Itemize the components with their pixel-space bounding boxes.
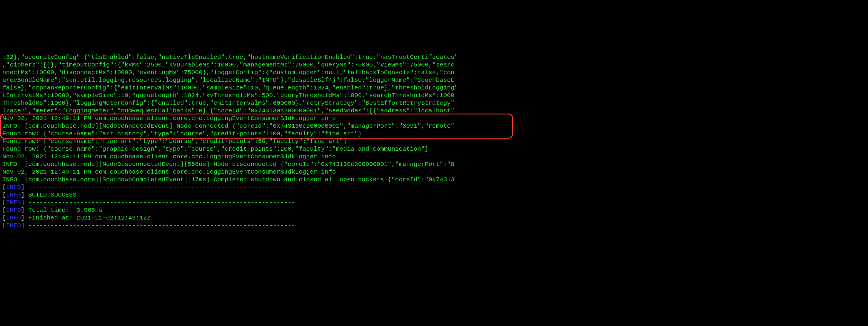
terminal-line: [INFO] ---------------------------------… — [0, 199, 868, 207]
terminal-segment: [ — [2, 191, 6, 198]
terminal-line: [INFO] ---------------------------------… — [0, 184, 868, 191]
terminal-text: urceBundleName":"sun.util.logging.resour… — [2, 77, 454, 84]
terminal-segment: ----------------------------------------… — [28, 184, 295, 191]
terminal-text: Tracer","meter":"LoggingMeter","numReque… — [2, 108, 454, 114]
terminal-segment: INFO — [6, 191, 21, 198]
terminal-output[interactable]: :32},"securityConfig":{"tlsEnabled":fals… — [0, 38, 868, 326]
terminal-line: Nov 02, 2021 12:49:11 PM com.couchbase.c… — [0, 168, 868, 176]
terminal-segment: INFO — [6, 199, 21, 206]
terminal-text: nnectMs":10000,"disconnectMs":10000,"eve… — [2, 69, 454, 76]
terminal-segment: ----------------------------------------… — [28, 199, 295, 206]
terminal-segment: ] — [21, 207, 28, 214]
terminal-line: [INFO] Finished at: 2021-11-02T12:49:12Z — [0, 214, 868, 222]
terminal-text: INFO: [com.couchbase.node][NodeDisconnec… — [2, 161, 454, 168]
terminal-line: [INFO] BUILD SUCCESS — [0, 191, 868, 199]
terminal-text: ,"ciphers":[]},"timeoutConfig":{"kvMs":2… — [2, 61, 454, 68]
terminal-text: Nov 02, 2021 12:49:11 PM com.couchbase.c… — [2, 115, 336, 122]
terminal-segment: INFO — [6, 207, 21, 214]
terminal-line: INFO: [com.couchbase.node][NodeConnected… — [0, 122, 868, 130]
terminal-segment: BUILD SUCCESS — [28, 191, 76, 198]
terminal-segment: INFO — [6, 184, 21, 191]
terminal-text: INFO: [com.couchbase.node][NodeConnected… — [2, 123, 454, 129]
terminal-segment: [ — [2, 207, 6, 214]
terminal-line: INFO: [com.couchbase.node][NodeDisconnec… — [0, 161, 868, 168]
terminal-segment: [ — [2, 184, 6, 191]
terminal-line: :32},"securityConfig":{"tlsEnabled":fals… — [0, 54, 868, 61]
terminal-text: false},"orphanReporterConfig":{"emitInte… — [2, 84, 458, 91]
terminal-segment: [ — [2, 214, 6, 221]
terminal-line: Nov 02, 2021 12:49:11 PM com.couchbase.c… — [0, 153, 868, 161]
terminal-segment: ----------------------------------------… — [28, 222, 295, 229]
terminal-line: Nov 02, 2021 12:49:11 PM com.couchbase.c… — [0, 115, 868, 122]
terminal-line: ThresholdMs":1000},"loggingMeterConfig":… — [0, 99, 868, 107]
terminal-segment: ] — [21, 214, 28, 221]
terminal-text: ThresholdMs":1000},"loggingMeterConfig":… — [2, 100, 454, 107]
terminal-text: Found row: {"course-name":"graphic desig… — [2, 146, 428, 152]
terminal-segment: Finished at: 2021-11-02T12:49:12Z — [28, 214, 151, 221]
terminal-segment: INFO — [6, 214, 21, 221]
terminal-segment: ] — [21, 191, 28, 198]
terminal-segment: ] — [21, 222, 28, 229]
terminal-segment: Total time: 3.966 s — [28, 207, 102, 214]
terminal-line: urceBundleName":"sun.util.logging.resour… — [0, 77, 868, 84]
terminal-lines: :32},"securityConfig":{"tlsEnabled":fals… — [0, 54, 868, 230]
terminal-line: tIntervalMs":10000,"sampleSize":10,"queu… — [0, 92, 868, 99]
terminal-text: Nov 02, 2021 12:49:11 PM com.couchbase.c… — [2, 169, 336, 175]
terminal-line: Found row: {"course-name":"fine art","ty… — [0, 138, 868, 145]
terminal-segment: INFO — [6, 222, 21, 229]
terminal-text: Found row: {"course-name":"fine art","ty… — [2, 138, 347, 145]
terminal-segment: ] — [21, 184, 28, 191]
terminal-line: nnectMs":10000,"disconnectMs":10000,"eve… — [0, 69, 868, 77]
terminal-text: Found row: {"course-name":"art history",… — [2, 130, 362, 137]
terminal-text: tIntervalMs":10000,"sampleSize":10,"queu… — [2, 92, 454, 99]
terminal-text: Nov 02, 2021 12:49:11 PM com.couchbase.c… — [2, 153, 336, 160]
terminal-line: INFO: [com.couchbase.core][ShutdownCompl… — [0, 176, 868, 184]
terminal-line: [INFO] Total time: 3.966 s — [0, 207, 868, 214]
terminal-segment: ] — [21, 199, 28, 206]
terminal-segment: [ — [2, 222, 6, 229]
terminal-line: ,"ciphers":[]},"timeoutConfig":{"kvMs":2… — [0, 61, 868, 69]
terminal-text: :32},"securityConfig":{"tlsEnabled":fals… — [2, 54, 458, 61]
terminal-line: [INFO] ---------------------------------… — [0, 222, 868, 230]
terminal-text: INFO: [com.couchbase.core][ShutdownCompl… — [2, 176, 454, 183]
terminal-line: false},"orphanReporterConfig":{"emitInte… — [0, 84, 868, 92]
terminal-line: Tracer","meter":"LoggingMeter","numReque… — [0, 107, 868, 115]
terminal-line: Found row: {"course-name":"graphic desig… — [0, 145, 868, 153]
terminal-line: Found row: {"course-name":"art history",… — [0, 130, 868, 138]
terminal-segment: [ — [2, 199, 6, 206]
